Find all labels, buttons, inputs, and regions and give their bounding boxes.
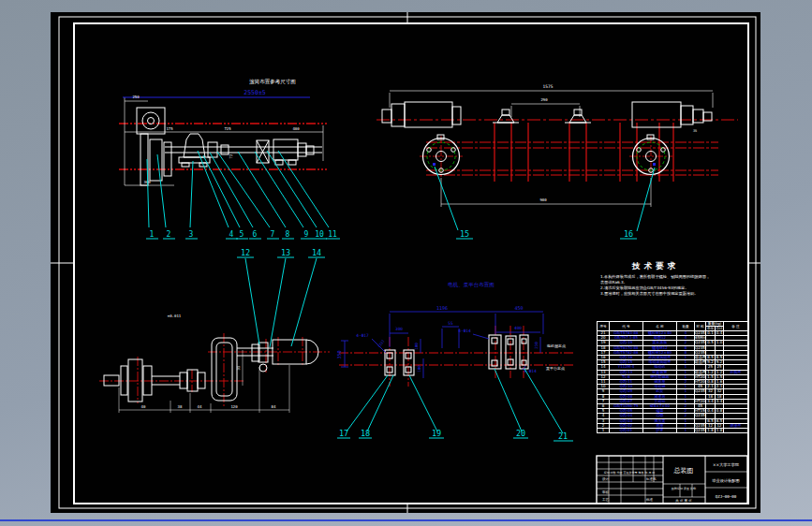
bom-cell: 8.5 bbox=[716, 356, 724, 360]
organization: ××大学工学院 bbox=[713, 462, 740, 467]
bom-body: 21GB/T5783-86螺栓M12×404Q2350.10.420GB/T97… bbox=[598, 331, 748, 433]
dim-lines bbox=[390, 91, 713, 207]
dim-900: 900 bbox=[539, 197, 547, 202]
bom-cell: HT200 bbox=[695, 399, 706, 403]
callout-15: 15 bbox=[460, 229, 469, 239]
centerlines bbox=[339, 326, 573, 387]
callout-12: 12 bbox=[241, 248, 250, 257]
bom-cell: 1 bbox=[677, 429, 695, 433]
label-pump-side: 泵平台支点 bbox=[546, 366, 565, 371]
bom-cell: 1.6 bbox=[716, 380, 724, 385]
callout-19: 19 bbox=[432, 429, 441, 438]
dim-lines bbox=[119, 350, 289, 413]
dim-72: 72 bbox=[229, 153, 233, 158]
leader-lines bbox=[337, 369, 573, 441]
bom-cell: 0.4 bbox=[716, 331, 724, 336]
bom-cell: GB/T5783-86 bbox=[610, 331, 643, 336]
bolt-circles bbox=[427, 142, 665, 170]
callout-7: 7 bbox=[271, 230, 275, 239]
bom-cell: GB/T1096-79 bbox=[610, 404, 643, 409]
callout-4: 4 bbox=[229, 230, 234, 239]
bom-header-weight: 重量(kg) bbox=[706, 322, 724, 327]
dim-175: 175 bbox=[166, 126, 173, 131]
tech-req-title: 技术要求 bbox=[600, 261, 711, 272]
drawing-number: QZJ—00—00 bbox=[716, 494, 737, 499]
bom-cell: GB/T6170-86 bbox=[610, 345, 643, 350]
title-block: 标记 处数 分区 更改文件号 签名 年.月.日 设计 标准化 审核 工艺 批准 … bbox=[597, 456, 747, 504]
dim-725: 725 bbox=[224, 126, 231, 131]
check-label: 审核 bbox=[602, 490, 610, 494]
dim-32: (32) bbox=[376, 339, 386, 349]
view-top-right: 1575 290 900 35 15 16 bbox=[376, 84, 738, 239]
revision-row-labels: 标记 处数 分区 更改文件号 签名 年.月.日 bbox=[603, 471, 656, 475]
callout-1: 1 bbox=[150, 230, 155, 239]
bom-cell: GB/T5782-86 bbox=[610, 350, 643, 355]
standard-label: 标准化 bbox=[645, 476, 657, 481]
dim-35: 35 bbox=[693, 129, 697, 133]
bom-cell: 1.8 bbox=[706, 429, 716, 433]
leader-lines bbox=[146, 151, 340, 239]
drawing-name: 总装图 bbox=[673, 467, 694, 475]
approve-label: 批准 bbox=[646, 498, 654, 502]
dim-350: 350 bbox=[336, 350, 342, 358]
bom-cell: 9.2 bbox=[716, 360, 724, 365]
leader-lines bbox=[435, 167, 655, 239]
view-top-left: 滚筒布置参考尺寸图 2550±5 250 175 725 400 72 300 … bbox=[119, 79, 340, 239]
callout-8: 8 bbox=[286, 230, 290, 239]
sheet-note: 共 张 第 张 bbox=[675, 499, 692, 503]
bom-cell: 65Mn bbox=[695, 336, 706, 341]
bom-row: 1QZJ-01护罩1Q2351.81.8 bbox=[598, 429, 748, 433]
bom-cell: HT200 bbox=[695, 380, 706, 385]
dim-84: 84 bbox=[272, 404, 276, 409]
dim-300: 300 bbox=[395, 327, 403, 331]
bom-cell: 1.8 bbox=[716, 429, 724, 433]
dim-38: 38 bbox=[178, 404, 183, 409]
callout-16: 16 bbox=[624, 229, 633, 239]
bom-table: 序号 代 号 名 称 数量 材 料 重量(kg) 备 注 单件 总计 21GB/… bbox=[597, 321, 748, 433]
dim-2550: 2550±5 bbox=[244, 89, 266, 96]
bom-cell: Q235 bbox=[695, 345, 706, 350]
mount-plates bbox=[385, 335, 528, 375]
tech-req-line: 3.需涂漆时，应按相关表面尺寸在图中按规定重新涂刷。 bbox=[600, 291, 711, 297]
bom-cell: 1 bbox=[598, 429, 610, 433]
bom-header-name: 名 称 bbox=[643, 322, 677, 331]
bom-cell: Q235 bbox=[695, 423, 706, 428]
dim-250: 250 bbox=[132, 95, 140, 99]
bom-cell: 1.5 bbox=[716, 374, 724, 379]
bom-header-qty: 数量 bbox=[677, 322, 695, 331]
callout-2: 2 bbox=[167, 230, 171, 239]
holes-4phi14-top: 4-Φ14 bbox=[458, 329, 471, 333]
bom-cell bbox=[724, 429, 748, 433]
dim-44: 44 bbox=[198, 404, 202, 409]
bom-cell: Q235 bbox=[695, 350, 706, 355]
project-name: 毕业设计装配图 bbox=[712, 478, 739, 484]
callout-5: 5 bbox=[240, 230, 244, 239]
callout-10: 10 bbox=[315, 230, 324, 239]
bom-cell: Q235 bbox=[695, 429, 706, 433]
dim-40: 40 bbox=[141, 404, 146, 409]
bom-cell: 1.0 bbox=[716, 341, 724, 345]
dim-lines bbox=[125, 97, 323, 185]
bom-cell: 护罩 bbox=[643, 429, 677, 433]
callout-3: 3 bbox=[189, 230, 194, 239]
bom-header-total: 总计 bbox=[716, 327, 724, 331]
callout-6: 6 bbox=[253, 230, 258, 239]
dim-35: 35 bbox=[236, 365, 241, 370]
bom-cell: 6.5 bbox=[716, 418, 724, 423]
geometry bbox=[382, 102, 712, 175]
dim-400: 400 bbox=[292, 126, 300, 131]
bom-header-code: 代 号 bbox=[610, 322, 643, 331]
bom-cell: QZJ-01 bbox=[610, 429, 643, 433]
bom-cell: Q235 bbox=[695, 331, 706, 336]
dim-1196: 1196 bbox=[436, 305, 448, 311]
bom-cell: 0.8 bbox=[716, 409, 724, 414]
view-title: 电机、泵平台布置图 bbox=[448, 282, 495, 288]
dim-120: 120 bbox=[230, 404, 238, 409]
leader-lines bbox=[237, 257, 325, 347]
callout-21: 21 bbox=[558, 431, 568, 441]
bom-cell: Q235 bbox=[695, 389, 706, 394]
bom-cell: Q235 bbox=[695, 341, 706, 345]
tolerance-note: ±0.011 bbox=[168, 314, 182, 318]
centerlines bbox=[99, 333, 330, 406]
bom-header-unit: 单件 bbox=[706, 327, 716, 331]
